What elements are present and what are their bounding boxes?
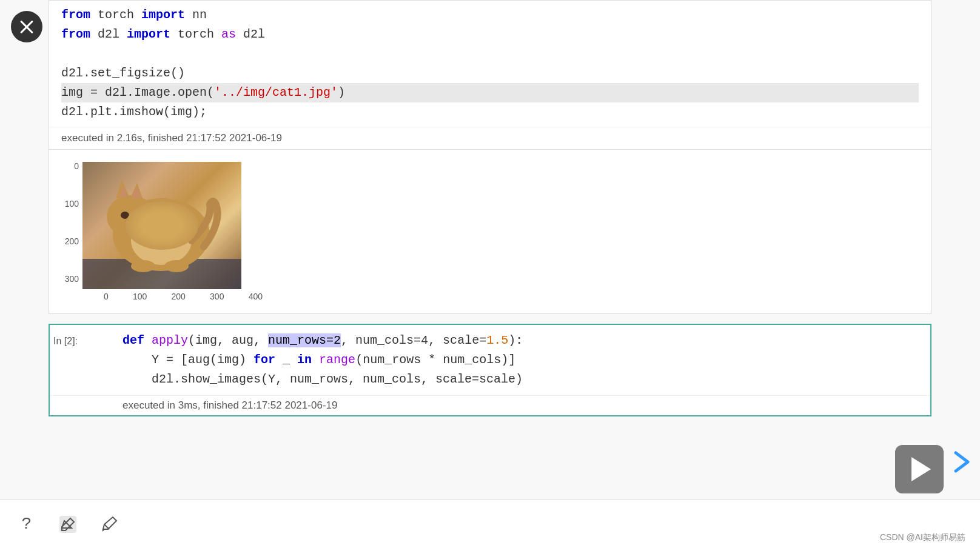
- kw-as: as: [221, 27, 236, 41]
- svg-point-11: [164, 260, 189, 272]
- bottom-toolbar: ?: [0, 500, 980, 548]
- cell2-line-2: Y = [aug(img) for _ in range(num_rows * …: [122, 350, 918, 370]
- kw-import-1: import: [141, 8, 185, 22]
- arrow-right-button[interactable]: [950, 444, 974, 487]
- code-line-1: from torch import nn: [61, 5, 919, 25]
- plain-c2-5: _: [275, 353, 297, 367]
- cell2-line-3: d2l.show_images(Y, num_rows, num_cols, s…: [122, 370, 918, 389]
- code-line-2: from d2l import torch as d2l: [61, 25, 919, 44]
- fn-range: range: [319, 353, 355, 367]
- play-button[interactable]: [895, 445, 944, 493]
- cell-label-2: In [2]:: [53, 336, 78, 347]
- cell2-line-1: def apply(img, aug, num_rows=2, num_cols…: [122, 331, 918, 350]
- y-label-200: 200: [65, 237, 79, 246]
- plain-1: torch: [90, 8, 141, 22]
- code-line-5: d2l.plt.imshow(img);: [61, 102, 919, 122]
- plain-5: d2l: [236, 27, 265, 41]
- y-label-300: 300: [65, 275, 79, 283]
- code-line-3: d2l.set_figsize(): [61, 64, 919, 83]
- watermark: CSDN @AI架构师易筋: [880, 532, 965, 543]
- exec-info-2: executed in 3ms, finished 21:17:52 2021-…: [50, 395, 930, 415]
- y-label-100: 100: [65, 199, 79, 208]
- code-line-empty: [61, 44, 919, 64]
- svg-point-2: [131, 216, 192, 265]
- cat-svg: [82, 162, 241, 289]
- plain-7: img = d2l.Image.open(: [61, 85, 214, 99]
- exec-text-2: executed in 3ms, finished 21:17:52 2021-…: [122, 399, 337, 411]
- cat-image: [82, 162, 241, 289]
- play-triangle-icon: [911, 457, 931, 481]
- code-block-2: def apply(img, aug, num_rows=2, num_cols…: [50, 325, 930, 395]
- svg-point-3: [107, 195, 155, 238]
- plain-c2-7: (num_rows * num_cols)]: [355, 353, 515, 367]
- plain-c2-4: Y = [aug(img): [122, 353, 253, 367]
- kw-for: for: [253, 353, 275, 367]
- code-cell-top: from torch import nn from d2l import tor…: [49, 0, 931, 150]
- plain-c2-3: ):: [508, 333, 523, 347]
- x-label-200: 200: [172, 292, 186, 301]
- x-label-300: 300: [210, 292, 224, 301]
- question-icon[interactable]: ?: [12, 510, 41, 539]
- edit-icon[interactable]: [53, 510, 82, 539]
- svg-point-10: [131, 260, 155, 272]
- str-val-1: '../img/cat1.jpg': [214, 85, 338, 99]
- y-label-0: 0: [74, 162, 79, 170]
- main-content: from torch import nn from d2l import tor…: [0, 0, 980, 548]
- plain-c2-1: (img, aug,: [188, 333, 268, 347]
- code-cell-2: In [2]: def apply(img, aug, num_rows=2, …: [49, 324, 931, 416]
- exec-info-1: executed in 2.16s, finished 21:17:52 202…: [49, 127, 931, 149]
- plain-2: nn: [185, 8, 207, 22]
- fn-apply: apply: [144, 333, 188, 347]
- kw-from-1: from: [61, 8, 90, 22]
- plot-with-yaxis: 0 100 200 300: [61, 162, 931, 301]
- y-axis: 0 100 200 300: [61, 162, 82, 283]
- plain-9: d2l.plt.imshow(img);: [61, 105, 207, 119]
- x-label-400: 400: [249, 292, 263, 301]
- edit-svg: [57, 513, 79, 535]
- svg-point-9: [134, 212, 143, 219]
- arrow-right-svg: [950, 444, 974, 480]
- plain-4: torch: [170, 27, 221, 41]
- kw-import-2: import: [127, 27, 170, 41]
- plain-6: d2l.set_figsize(): [61, 66, 185, 80]
- close-button[interactable]: [11, 11, 42, 42]
- kw-def: def: [122, 333, 144, 347]
- plain-3: d2l: [90, 27, 127, 41]
- x-label-100: 100: [133, 292, 147, 301]
- param-highlight: num_rows=2: [268, 333, 341, 347]
- code-block-top: from torch import nn from d2l import tor…: [49, 1, 931, 127]
- pencil-icon[interactable]: [95, 510, 124, 539]
- plain-c2-2: , num_cols=4, scale=: [341, 333, 486, 347]
- exec-text-1: executed in 2.16s, finished 21:17:52 202…: [61, 132, 282, 144]
- x-axis: 0 100 200 300 400: [104, 289, 263, 301]
- kw-in: in: [297, 353, 312, 367]
- num-val-1: 1.5: [486, 333, 508, 347]
- plain-c2-8: d2l.show_images(Y, num_rows, num_cols, s…: [122, 372, 523, 386]
- kw-from-2: from: [61, 27, 90, 41]
- plot-area: 0 100 200 300: [49, 150, 931, 314]
- svg-point-8: [121, 212, 129, 219]
- code-line-4-highlighted: img = d2l.Image.open('../img/cat1.jpg'): [61, 83, 919, 102]
- plot-column: 0 100 200 300 400: [82, 162, 263, 301]
- pencil-svg: [98, 513, 120, 535]
- plain-c2-6: [312, 353, 319, 367]
- plain-8: ): [338, 85, 345, 99]
- x-label-0: 0: [104, 292, 109, 301]
